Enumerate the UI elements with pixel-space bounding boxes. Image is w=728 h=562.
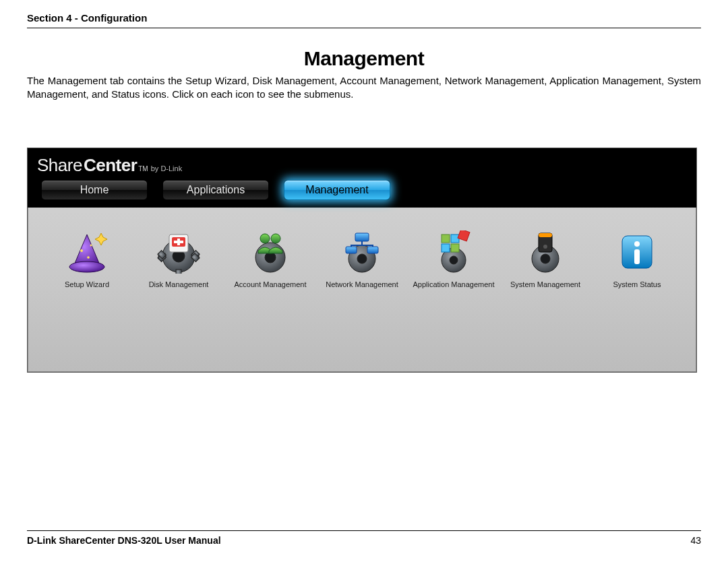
caption-application-management: Application Management <box>413 280 494 288</box>
item-application-management[interactable]: Application Management <box>411 230 497 288</box>
item-system-status[interactable]: System Status <box>594 230 680 288</box>
account-management-icon <box>249 230 292 274</box>
item-account-management[interactable]: Account Management <box>227 230 313 288</box>
svg-rect-32 <box>451 244 459 252</box>
svg-point-1 <box>80 249 83 252</box>
item-setup-wizard[interactable]: Setup Wizard <box>44 230 130 288</box>
svg-point-40 <box>634 241 640 247</box>
disk-management-icon <box>157 230 200 274</box>
system-management-icon <box>524 230 567 274</box>
svg-point-2 <box>90 244 92 246</box>
svg-rect-29 <box>442 235 450 243</box>
svg-rect-25 <box>346 247 357 253</box>
caption-disk-management: Disk Management <box>149 280 209 288</box>
item-disk-management[interactable]: Disk Management <box>135 230 222 288</box>
brand: ShareCenterTM by D-Link <box>37 155 687 176</box>
footer-page-number: 43 <box>690 535 701 546</box>
svg-rect-41 <box>634 249 640 264</box>
footer-manual-title: D-Link ShareCenter DNS-320L User Manual <box>27 535 221 546</box>
tab-applications[interactable]: Applications <box>162 180 269 200</box>
svg-point-3 <box>87 256 90 259</box>
intro-paragraph: The Management tab contains the Setup Wi… <box>27 74 701 102</box>
item-network-management[interactable]: Network Management <box>319 230 405 288</box>
svg-rect-17 <box>174 241 183 243</box>
app-header: ShareCenterTM by D-Link Home Application… <box>28 148 696 208</box>
item-system-management[interactable]: System Management <box>502 230 588 288</box>
tab-management[interactable]: Management <box>284 180 390 200</box>
svg-rect-37 <box>539 233 552 237</box>
svg-rect-33 <box>458 230 470 241</box>
caption-system-status: System Status <box>613 280 661 288</box>
svg-rect-26 <box>367 247 378 253</box>
wizard-icon <box>65 230 109 274</box>
page-title: Management <box>27 47 701 70</box>
application-management-icon <box>432 230 475 274</box>
caption-setup-wizard: Setup Wizard <box>65 280 109 288</box>
brand-tm: TM <box>138 165 148 173</box>
tab-row: Home Applications Management <box>37 180 687 200</box>
app-screenshot: ShareCenterTM by D-Link Home Application… <box>27 148 697 373</box>
page-footer: D-Link ShareCenter DNS-320L User Manual … <box>27 530 701 546</box>
svg-point-20 <box>260 234 270 243</box>
brand-right: Center <box>84 155 137 176</box>
brand-sub: by D-Link <box>151 164 182 173</box>
svg-point-21 <box>271 234 280 243</box>
svg-point-35 <box>541 254 550 263</box>
section-header: Section 4 - Configuration <box>27 12 701 28</box>
svg-rect-6 <box>176 270 181 274</box>
tab-home[interactable]: Home <box>41 180 148 200</box>
svg-point-0 <box>69 261 104 272</box>
svg-rect-24 <box>355 233 369 241</box>
system-status-icon <box>615 230 659 274</box>
caption-account-management: Account Management <box>234 280 306 288</box>
svg-point-28 <box>450 256 458 264</box>
network-management-icon <box>340 230 384 274</box>
caption-network-management: Network Management <box>326 280 398 288</box>
svg-point-23 <box>357 254 367 263</box>
icon-strip: Setup Wizard <box>28 208 696 288</box>
brand-left: Share <box>37 155 82 176</box>
caption-system-management: System Management <box>510 280 580 288</box>
svg-rect-30 <box>451 235 459 243</box>
svg-rect-31 <box>442 244 450 252</box>
svg-point-38 <box>543 245 547 249</box>
